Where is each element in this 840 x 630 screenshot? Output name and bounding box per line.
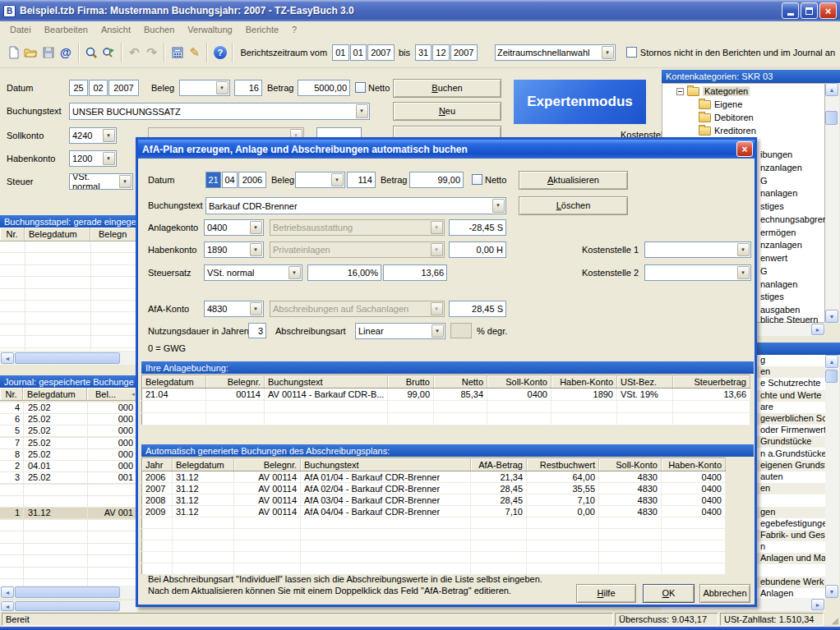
period-from-day[interactable]: 01 <box>332 44 348 61</box>
steuersatz-combo[interactable]: VSt. normal <box>204 264 302 281</box>
chevron-down-icon[interactable] <box>331 173 344 186</box>
menu-hilfe[interactable]: ? <box>285 23 303 36</box>
period-from-month[interactable]: 01 <box>350 44 367 61</box>
beleg-combo[interactable] <box>179 80 230 96</box>
tree-item-partial[interactable]: G <box>760 266 768 276</box>
journal-row[interactable]: 525.02000 <box>0 425 136 437</box>
col-belegdatum[interactable]: Belegdatum <box>25 228 90 241</box>
col-nr[interactable]: Nr. <box>0 388 23 400</box>
menu-berichte[interactable]: Berichte <box>239 23 285 36</box>
dlg-beleg-combo[interactable] <box>295 172 345 188</box>
tree-vscrollbar[interactable]: ▲ ▼ <box>825 83 839 323</box>
scroll-down-icon[interactable]: ▼ <box>825 585 838 598</box>
lower-hscrollbar[interactable]: ◄ <box>0 600 138 612</box>
journal-row[interactable]: 325.02001 <box>0 472 136 484</box>
quick-select-combo[interactable]: Zeitraumschnellanwahl <box>495 44 616 61</box>
chevron-down-icon[interactable] <box>250 221 262 234</box>
dlg-habenkonto-combo[interactable]: 1890 <box>204 241 264 258</box>
chevron-down-icon[interactable] <box>737 243 750 256</box>
dlg-netto-checkbox[interactable] <box>472 174 482 185</box>
nutzungsdauer-field[interactable]: 3 <box>248 323 266 338</box>
scroll-thumb[interactable] <box>15 352 120 364</box>
table-row[interactable]: 200731.12AV 00114AfA 02/04 - Barkauf CDR… <box>142 483 726 494</box>
chevron-down-icon[interactable] <box>602 46 614 59</box>
chevron-down-icon[interactable] <box>103 152 115 165</box>
chevron-down-icon[interactable] <box>288 266 301 279</box>
dlg-datum-year-field[interactable]: 2006 <box>238 172 266 188</box>
tree-item-eigene[interactable]: Eigene <box>699 99 742 109</box>
steuer-combo[interactable]: VSt. normal <box>69 173 133 190</box>
close-button[interactable]: × <box>819 2 837 19</box>
tree-item-partial[interactable]: G <box>760 176 768 186</box>
buchungstext-combo[interactable]: UNSER BUCHUNGSSATZ <box>69 103 370 120</box>
journal-row[interactable] <box>0 485 136 496</box>
scroll-left-icon[interactable]: ◄ <box>1 586 14 598</box>
scroll-thumb[interactable] <box>825 370 838 383</box>
abbrechen-button[interactable]: Abbrechen <box>699 584 750 603</box>
minimize-button[interactable] <box>782 2 799 19</box>
expertenmodus-button[interactable]: Expertenmodus <box>514 80 646 124</box>
storno-checkbox[interactable] <box>626 47 637 57</box>
tree-item-kategorien[interactable]: Kategorien <box>676 86 750 96</box>
journal-row[interactable]: 825.02000 <box>0 449 136 461</box>
tree-item-kreditoren[interactable]: Kreditoren <box>699 126 756 136</box>
neu-button[interactable]: Neu <box>393 102 501 121</box>
redo-icon[interactable]: ↷ <box>143 43 160 62</box>
search-icon[interactable] <box>83 43 100 62</box>
scroll-right-icon[interactable]: ► <box>811 324 824 335</box>
scroll-thumb[interactable] <box>15 586 120 598</box>
ok-button[interactable]: OK <box>643 584 695 603</box>
scroll-thumb[interactable] <box>15 601 120 611</box>
tree-item-partial[interactable]: nzanlagen <box>760 163 802 172</box>
scroll-thumb[interactable] <box>825 111 838 125</box>
beleg-nr-field[interactable]: 16 <box>234 80 262 96</box>
afakonto-combo[interactable]: 4830 <box>204 301 264 317</box>
table-row[interactable]: 200931.12AV 00114AfA 04/04 - Barkauf CDR… <box>142 506 726 517</box>
scroll-left-icon[interactable]: ◄ <box>1 601 14 611</box>
anlagekonto-combo[interactable]: 0400 <box>204 219 264 236</box>
habenkonto-combo[interactable]: 1200 <box>69 150 117 167</box>
stack-hscrollbar[interactable]: ◄ <box>0 352 138 365</box>
chevron-down-icon[interactable] <box>356 104 368 118</box>
scroll-down-icon[interactable]: ▼ <box>825 310 838 323</box>
journal-row[interactable]: 204.01000 <box>0 461 136 472</box>
search-refresh-icon[interactable] <box>100 43 118 62</box>
tree-item-partial[interactable]: ibungen <box>760 149 792 159</box>
chevron-down-icon[interactable] <box>250 302 262 315</box>
netto-checkbox[interactable] <box>355 82 366 93</box>
tree-item-partial[interactable]: nanlagen <box>760 279 797 289</box>
chevron-down-icon[interactable] <box>250 243 262 256</box>
scroll-up-icon[interactable]: ▲ <box>825 83 838 96</box>
period-to-month[interactable]: 12 <box>432 44 449 61</box>
chevron-down-icon[interactable] <box>103 129 115 142</box>
journal-row[interactable]: 425.02000 <box>0 402 136 414</box>
tree-item-partial[interactable]: nzanlagen <box>760 240 802 250</box>
scroll-right-icon[interactable]: ► <box>811 599 824 610</box>
tree-item-partial[interactable]: stiges <box>760 201 784 211</box>
table-row[interactable]: 200631.12AV 00114AfA 01/04 - Barkauf CDR… <box>142 471 726 483</box>
chevron-down-icon[interactable] <box>119 175 132 188</box>
journal-hscrollbar[interactable]: ◄ <box>0 586 138 599</box>
tree-collapse-icon[interactable] <box>676 88 684 95</box>
betrag-field[interactable]: 5000,00 <box>298 80 350 96</box>
resize-grip[interactable]: ◢ <box>825 613 838 626</box>
edit-pencil-icon[interactable]: ✎ <box>186 43 203 62</box>
hilfe-button[interactable]: Hilfe <box>576 584 636 603</box>
table-row[interactable]: 200831.12AV 00114AfA 03/04 - Barkauf CDR… <box>142 494 726 506</box>
tree-item-partial[interactable]: echnungsabgrer <box>760 214 826 224</box>
col-belegnr[interactable]: Belegn <box>90 228 138 241</box>
undo-icon[interactable]: ↶ <box>126 43 143 62</box>
col-nr[interactable]: Nr. <box>0 228 25 241</box>
period-from-year[interactable]: 2007 <box>367 44 395 61</box>
tree-item-debitoren[interactable]: Debitoren <box>699 113 754 122</box>
menu-verwaltung[interactable]: Verwaltung <box>181 23 238 36</box>
tree-item-partial[interactable]: nanlagen <box>760 188 797 198</box>
chevron-down-icon[interactable] <box>737 266 750 279</box>
stack-table-body[interactable] <box>0 241 138 351</box>
menu-ansicht[interactable]: Ansicht <box>95 23 137 36</box>
kostenstelle1-combo[interactable] <box>644 241 751 258</box>
aktualisieren-button[interactable]: Aktualisieren <box>519 171 628 190</box>
chevron-down-icon[interactable] <box>492 199 505 213</box>
email-icon[interactable]: @ <box>57 43 74 62</box>
period-to-day[interactable]: 31 <box>415 44 432 61</box>
